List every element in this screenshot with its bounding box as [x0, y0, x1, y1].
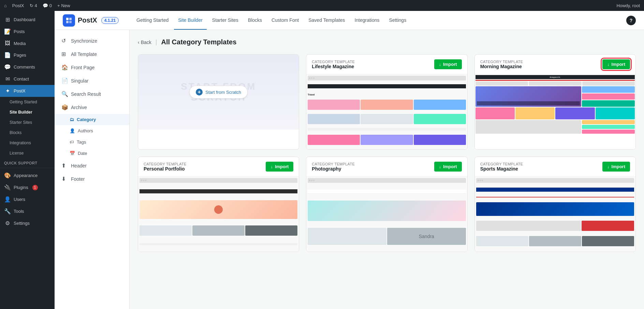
- dashboard-icon: ⊞: [4, 16, 11, 23]
- sidebar-sub-license[interactable]: License: [0, 148, 55, 158]
- mini-hero-portfolio: [140, 200, 297, 219]
- sidebar-item-users[interactable]: 👤 Users: [0, 193, 55, 205]
- svg-rect-3: [69, 21, 72, 23]
- sb-item-tags[interactable]: 🏷 Tags: [55, 136, 129, 148]
- mini-grid-row1: [308, 100, 466, 112]
- sidebar-item-pages[interactable]: 📄 Pages: [0, 49, 55, 61]
- admin-bar-wp-icon[interactable]: ⌂: [4, 3, 7, 8]
- sb-item-header[interactable]: ⬆ Header: [55, 159, 129, 172]
- template-info-morning: Category Template Morning Magazine: [480, 60, 523, 69]
- plugins-badge: 1: [32, 185, 38, 190]
- sb-label-tags: Tags: [77, 139, 86, 145]
- sb-label-singular: Singular: [71, 78, 88, 84]
- content-area: ↺ Synchronize ⊞ All Template 🏠 Front Pag…: [55, 30, 644, 309]
- dot3: [313, 77, 314, 79]
- new-label: New: [61, 3, 70, 8]
- admin-bar-site[interactable]: PostX: [12, 3, 24, 8]
- mini-bar3: [582, 82, 635, 86]
- start-from-scratch-button[interactable]: + Start from Scratch: [189, 86, 248, 99]
- sb-item-all-template[interactable]: ⊞ All Template: [55, 47, 129, 61]
- sidebar-item-dashboard[interactable]: ⊞ Dashboard: [0, 14, 55, 26]
- dot1: [309, 77, 310, 79]
- sidebar-label-pages: Pages: [14, 53, 26, 58]
- back-button[interactable]: ‹ Back: [138, 40, 151, 45]
- p-card3: [245, 225, 297, 236]
- sidebar-sub-integrations[interactable]: Integrations: [0, 138, 55, 148]
- updates-count: 4: [35, 3, 37, 8]
- sidebar-item-media[interactable]: 🖼 Media: [0, 38, 55, 49]
- postx-sidebar-icon: ✦: [4, 88, 11, 94]
- nav-saved-templates[interactable]: Saved Templates: [304, 11, 349, 30]
- sidebar-item-settings[interactable]: ⚙ Settings: [0, 217, 55, 229]
- import-btn-sports[interactable]: ↓ Import: [602, 162, 630, 172]
- sidebar-item-appearance[interactable]: 🎨 Appearance: [0, 170, 55, 181]
- sidebar-item-postx[interactable]: ✦ PostX: [0, 85, 55, 97]
- nav-getting-started[interactable]: Getting Started: [132, 11, 173, 30]
- sb-sidebar: ↺ Synchronize ⊞ All Template 🏠 Front Pag…: [55, 30, 130, 309]
- sb-item-archive[interactable]: 📦 Archive: [55, 101, 129, 114]
- mini-header-portfolio: [140, 189, 297, 193]
- admin-bar-comments[interactable]: 💬 0: [43, 3, 52, 8]
- sb-item-date[interactable]: 📅 Date: [55, 148, 129, 159]
- sidebar-sub-starter-sites[interactable]: Starter Sites: [0, 117, 55, 128]
- nav-custom-font[interactable]: Custom Font: [267, 11, 303, 30]
- nav-blocks[interactable]: Blocks: [244, 11, 266, 30]
- nav-integrations[interactable]: Integrations: [350, 11, 383, 30]
- mini-browser-portfolio: [140, 178, 297, 183]
- sb-item-synchronize[interactable]: ↺ Synchronize: [55, 34, 129, 47]
- sb-item-category[interactable]: 🗂 Category: [55, 114, 129, 125]
- nav-site-builder[interactable]: Site Builder: [174, 11, 207, 30]
- sidebar-sub-blocks[interactable]: Blocks: [0, 128, 55, 138]
- template-type-sports: Category Template: [480, 162, 523, 166]
- sb-item-search-result[interactable]: 🔍 Search Result: [55, 87, 129, 101]
- template-card-sports-magazine: Category Template Sports Magazine ↓ Impo…: [474, 157, 636, 252]
- sidebar-item-tools[interactable]: 🔧 Tools: [0, 205, 55, 217]
- help-button[interactable]: ?: [626, 16, 636, 25]
- admin-bar: ⌂ PostX ↻ 4 💬 0 + New Howdy, root: [0, 0, 644, 11]
- mini-bottom-sidebar: [582, 120, 635, 134]
- admin-bar-updates[interactable]: ↻ 4: [30, 3, 37, 8]
- sidebar-label-users: Users: [14, 197, 25, 202]
- mini-hero-text: [477, 101, 580, 105]
- sidebar-item-contact[interactable]: ✉ Contact: [0, 73, 55, 85]
- nav-settings[interactable]: Settings: [385, 11, 411, 30]
- import-btn-lifestyle[interactable]: ↓ Import: [434, 59, 462, 69]
- admin-bar-new[interactable]: + New: [57, 3, 70, 8]
- photo-card1: [308, 228, 386, 245]
- mini-bar1: [475, 82, 528, 86]
- sidebar-label-tools: Tools: [14, 209, 24, 214]
- scratch-btn-label: Start from Scratch: [205, 90, 241, 95]
- template-type-portfolio: Category Template: [144, 162, 187, 166]
- sb-label-synchronize: Synchronize: [71, 38, 97, 44]
- sidebar-sub-getting-started[interactable]: Getting Started: [0, 97, 55, 107]
- template-preview-portfolio: [138, 177, 299, 252]
- import-arrow-morning: ↓: [607, 62, 610, 67]
- sb-item-authors[interactable]: 👤 Authors: [55, 125, 129, 136]
- plugin-logo-icon: [63, 14, 75, 27]
- sp-card3: [476, 236, 528, 246]
- sidebar-item-plugins[interactable]: 🔌 Plugins 1: [0, 181, 55, 193]
- portfolio-strip: [140, 243, 297, 245]
- sidebar-sub-site-builder[interactable]: Site Builder: [0, 107, 55, 117]
- import-btn-portfolio[interactable]: ↓ Import: [266, 162, 293, 172]
- sports-red-stripe: [476, 197, 634, 197]
- sb-item-footer[interactable]: ⬇ Footer: [55, 172, 129, 186]
- sidebar-item-comments[interactable]: 💬 Comments: [0, 61, 55, 73]
- nav-starter-sites[interactable]: Starter Sites: [208, 11, 243, 30]
- plugin-logo: PostX 4.1.21: [63, 14, 119, 27]
- import-btn-morning[interactable]: ↓ Import: [602, 59, 630, 69]
- sidebar-item-posts[interactable]: 📝 Posts: [0, 26, 55, 38]
- plugin-area: PostX 4.1.21 Getting Started Site Builde…: [55, 11, 644, 309]
- sb-item-singular[interactable]: 📄 Singular: [55, 74, 129, 87]
- archive-icon: 📦: [61, 104, 68, 111]
- mini-grid1: [475, 107, 515, 119]
- import-btn-photography[interactable]: ↓ Import: [434, 162, 462, 172]
- svg-rect-1: [69, 18, 72, 20]
- mini-preview-photography: Sandra: [306, 177, 467, 252]
- mini-card1: [308, 100, 360, 110]
- mini-hero-row: [475, 86, 635, 107]
- comments-count: 0: [49, 3, 52, 8]
- mini-card9: [414, 135, 466, 145]
- sb-item-front-page[interactable]: 🏠 Front Page: [55, 61, 129, 74]
- sb-label-header: Header: [71, 163, 87, 168]
